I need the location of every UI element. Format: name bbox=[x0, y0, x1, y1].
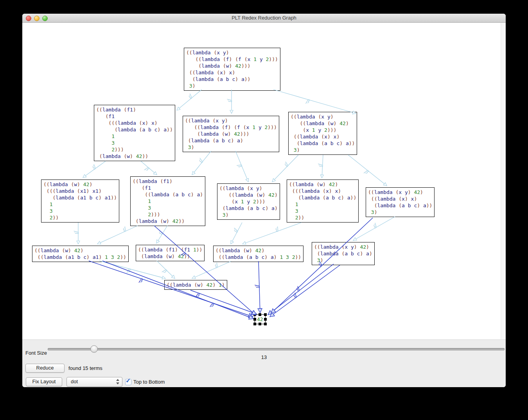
top-to-bottom-checkbox[interactable]: ✓ bbox=[125, 379, 131, 385]
status-text: found 15 terms bbox=[68, 365, 102, 371]
graph-node[interactable]: ((lambda (w) 42) ((lambda (a1 b c) a1) 1… bbox=[32, 246, 129, 262]
window-title: PLT Redex Reduction Graph bbox=[22, 15, 506, 21]
selection-handle[interactable] bbox=[253, 323, 256, 325]
checkmark-icon: ✓ bbox=[126, 377, 131, 384]
selection-handle[interactable] bbox=[264, 313, 267, 316]
graph-node[interactable]: ((lambda (x y) ((lambda (f) (f (x 1 y 2)… bbox=[184, 48, 280, 91]
top-to-bottom-label: Top to Bottom bbox=[133, 379, 165, 385]
selection-handle[interactable] bbox=[264, 318, 267, 321]
graph-node[interactable]: ((lambda (f1) (f1 (((lambda (x) x) (lamb… bbox=[94, 105, 175, 161]
graph-node[interactable]: ((lambda (x y) 42) (lambda (a b c) a) 3) bbox=[312, 242, 375, 265]
title-bar[interactable]: PLT Redex Reduction Graph bbox=[22, 14, 506, 23]
slider-track[interactable] bbox=[48, 348, 505, 350]
font-size-slider[interactable] bbox=[48, 345, 504, 352]
graph-node-layer: ((lambda (x y) ((lambda (f) (f (x 1 y 2)… bbox=[22, 23, 501, 339]
vertical-scrollbar[interactable] bbox=[501, 23, 506, 339]
graph-node[interactable]: ((lambda (w) 42) 1) bbox=[164, 280, 227, 290]
selection-handle[interactable] bbox=[259, 323, 261, 325]
graph-node[interactable]: ((lambda (x y) 42) ((lambda (x) x) (lamb… bbox=[366, 187, 435, 217]
bottom-control-panel: Font Size 13 Reduce found 15 terms Fix L… bbox=[22, 339, 506, 387]
graph-node[interactable]: ((lambda (w) 42) (((lambda (x1) x1) (lam… bbox=[41, 179, 119, 223]
select-stepper-icon bbox=[116, 379, 120, 385]
slider-thumb[interactable] bbox=[90, 345, 98, 353]
app-window: PLT Redex Reduction Graph ((lambda (x y)… bbox=[22, 14, 506, 387]
selection-handle[interactable] bbox=[253, 318, 256, 321]
font-size-value: 13 bbox=[22, 354, 506, 360]
reduction-graph-canvas[interactable]: ((lambda (x y) ((lambda (f) (f (x 1 y 2)… bbox=[22, 23, 501, 339]
layout-select-value: dot bbox=[71, 379, 78, 384]
selection-handle[interactable] bbox=[264, 323, 267, 325]
graph-node[interactable]: ((lambda (f1) (f1 1)) (lambda (w) 42)) bbox=[136, 245, 205, 261]
graph-node-selected[interactable]: 42 bbox=[255, 314, 266, 324]
graph-node[interactable]: ((lambda (x y) ((lambda (w) 42) (x 1 y 2… bbox=[217, 183, 280, 220]
reduce-button[interactable]: Reduce bbox=[25, 364, 65, 373]
graph-node[interactable]: ((lambda (x y) ((lambda (f) (f (x 1 y 2)… bbox=[183, 116, 279, 152]
graph-node[interactable]: ((lambda (f1) (f1 ((lambda (a b c) a) 1 … bbox=[130, 176, 205, 226]
layout-select[interactable]: dot bbox=[66, 377, 122, 387]
graph-node[interactable]: ((lambda (w) 42) ((lambda (a b c) a) 1 3… bbox=[213, 246, 304, 262]
fix-layout-button[interactable]: Fix Layout bbox=[26, 377, 62, 386]
selection-handle[interactable] bbox=[253, 313, 256, 316]
selection-handle[interactable] bbox=[259, 313, 261, 316]
graph-node[interactable]: ((lambda (w) 42) (((lambda (x) x) (lambd… bbox=[287, 179, 359, 223]
graph-node[interactable]: ((lambda (x y) ((lambda (w) 42) (x 1 y 2… bbox=[288, 112, 357, 155]
